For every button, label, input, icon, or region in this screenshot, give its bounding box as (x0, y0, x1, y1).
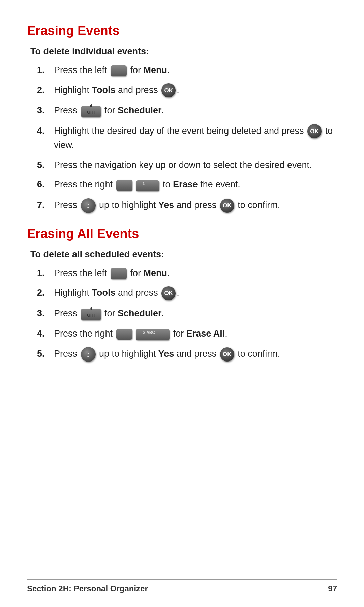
step-number: 7. (37, 198, 54, 212)
section2-steps: 1. Press the left for Menu. 2. Highlight… (37, 266, 337, 362)
page-content: Erasing Events To delete individual even… (0, 0, 364, 392)
section2: Erasing All Events To delete all schedul… (27, 227, 337, 362)
step-content: Press the right 2 ABC for Erase All. (54, 327, 337, 341)
key-numbered: 4 GHI (81, 309, 101, 320)
step-2-4: 4. Press the right 2 ABC for Erase All. (37, 327, 337, 341)
step-1-3: 3. Press 4 GHI for Scheduler. (37, 104, 337, 118)
key-super-label: 4 GHI (86, 305, 96, 318)
step-1-6: 6. Press the right 1□ to Erase the event… (37, 178, 337, 192)
ok-button-icon: OK (220, 347, 234, 362)
right-softkey-group: 2 ABC (115, 327, 171, 341)
step-content: Highlight the desired day of the event b… (54, 124, 337, 152)
step-1-2: 2. Highlight Tools and press OK. (37, 83, 337, 98)
step-content: Highlight Tools and press OK. (54, 286, 337, 300)
step-content: Highlight Tools and press OK. (54, 83, 337, 98)
footer-right: 97 (328, 584, 337, 594)
step-1-7: 7. Press ↕ up to highlight Yes and press… (37, 198, 337, 213)
step-number: 3. (37, 104, 54, 117)
footer-left: Section 2H: Personal Organizer (27, 584, 148, 594)
step-content: Press the left for Menu. (54, 266, 337, 280)
step-content: Press the left for Menu. (54, 63, 337, 77)
ok-button-icon: OK (220, 199, 234, 213)
left-softkey-icon (111, 65, 127, 77)
key-numbered: 4 GHI (81, 106, 101, 118)
step-content: Press the right 1□ to Erase the event. (54, 178, 337, 192)
key-super-label: 4 GHI (86, 103, 96, 116)
step-number: 4. (37, 327, 54, 341)
step-number: 1. (37, 266, 54, 280)
section1-steps: 1. Press the left for Menu. 2. Highlight… (37, 63, 337, 213)
step-content: Press the navigation key up or down to s… (54, 158, 337, 172)
right-softkey-group: 1□ (115, 178, 160, 192)
step-number: 5. (37, 158, 54, 172)
step-number: 5. (37, 347, 54, 361)
4ghi-key-icon: 4 GHI (80, 307, 102, 321)
section2-title: Erasing All Events (27, 227, 337, 241)
step-2-5: 5. Press ↕ up to highlight Yes and press… (37, 347, 337, 362)
step-2-3: 3. Press 4 GHI for Scheduler. (37, 307, 337, 321)
section2-subtitle: To delete all scheduled events: (30, 249, 337, 260)
ok-button-icon: OK (161, 83, 176, 97)
step-number: 3. (37, 307, 54, 320)
1m-key-icon: 1□ (135, 178, 160, 192)
step-number: 4. (37, 124, 54, 138)
ok-button-icon: OK (307, 124, 322, 138)
step-1-4: 4. Highlight the desired day of the even… (37, 124, 337, 152)
step-1-5: 5. Press the navigation key up or down t… (37, 158, 337, 172)
left-softkey-icon (111, 268, 127, 279)
nav-key-icon: ↕ (81, 347, 96, 362)
section1-subtitle: To delete individual events: (30, 46, 337, 57)
2abc-key-icon: 2 ABC (135, 327, 171, 341)
step-number: 2. (37, 286, 54, 300)
step-2-2: 2. Highlight Tools and press OK. (37, 286, 337, 300)
step-content: Press 4 GHI for Scheduler. (54, 307, 337, 321)
right-softkey-icon (116, 180, 132, 191)
section1-title: Erasing Events (27, 24, 337, 38)
step-number: 2. (37, 83, 54, 97)
page-footer: Section 2H: Personal Organizer 97 (27, 579, 337, 594)
step-number: 6. (37, 178, 54, 192)
4ghi-key-icon: 4 GHI (80, 104, 102, 118)
key-btn-wide: 1□ (136, 180, 159, 192)
step-number: 1. (37, 63, 54, 77)
ok-button-icon: OK (161, 286, 176, 300)
nav-key-icon: ↕ (81, 198, 96, 213)
step-content: Press 4 GHI for Scheduler. (54, 104, 337, 118)
step-content: Press ↕ up to highlight Yes and press OK… (54, 347, 337, 362)
right-softkey-icon (116, 329, 132, 340)
step-1-1: 1. Press the left for Menu. (37, 63, 337, 77)
step-content: Press ↕ up to highlight Yes and press OK… (54, 198, 337, 213)
step-2-1: 1. Press the left for Menu. (37, 266, 337, 280)
key-btn-wider: 2 ABC (136, 329, 170, 340)
